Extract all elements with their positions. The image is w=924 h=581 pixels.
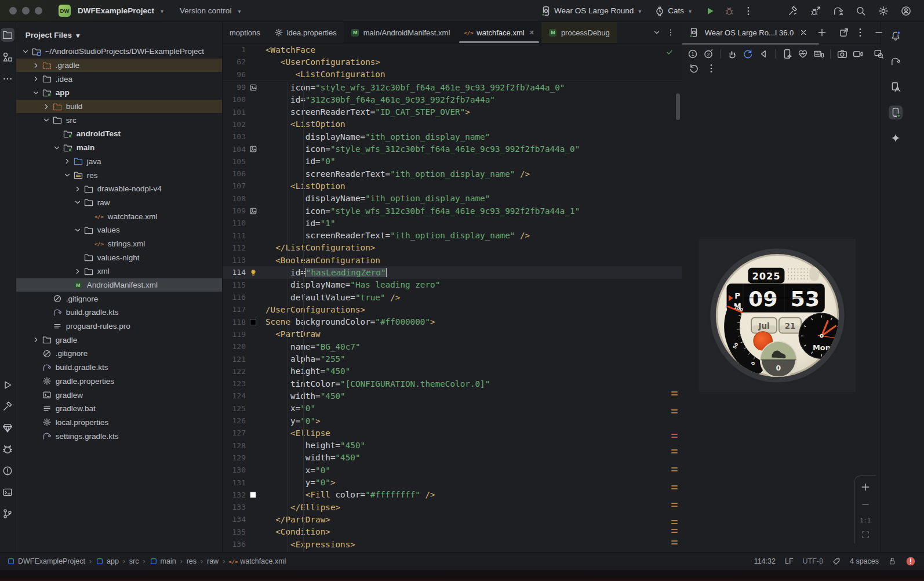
tab-options-button[interactable] xyxy=(667,28,675,37)
hardware-button-one-icon[interactable]: 1 xyxy=(687,49,698,59)
code-line-134[interactable]: 134 </PartDraw> xyxy=(223,513,682,525)
tree-item-values[interactable]: values xyxy=(16,223,222,237)
breadcrumb-dwfexampleproject[interactable]: DWFExampleProject xyxy=(7,557,85,565)
vcs-menu[interactable]: Version control xyxy=(180,6,231,15)
chevron-down-icon[interactable] xyxy=(31,89,41,97)
chevron-right-icon[interactable] xyxy=(31,61,41,70)
code-line-124[interactable]: 124 width="450" xyxy=(223,390,682,402)
emulator-screen[interactable]: 2025 P M 09 53 xyxy=(699,239,856,392)
chevron-right-icon[interactable] xyxy=(31,336,41,344)
line-number[interactable]: 103 xyxy=(223,132,246,141)
open-in-window-button[interactable] xyxy=(839,27,849,38)
hide-panel-button[interactable] xyxy=(874,27,884,38)
running-devices-icon[interactable] xyxy=(889,106,903,119)
back-icon[interactable] xyxy=(758,49,769,59)
tree-item-raw[interactable]: raw xyxy=(16,196,222,210)
code-line-116[interactable]: 116 defaultValue="true" /> xyxy=(223,291,682,303)
resource-manager-icon[interactable] xyxy=(1,50,14,64)
line-number[interactable]: 121 xyxy=(223,355,246,364)
gradle-sync-icon[interactable] xyxy=(833,6,843,16)
chevron-right-icon[interactable] xyxy=(42,103,52,111)
device-tab-label[interactable]: Wear OS Large Ro...I 36.0 xyxy=(705,28,794,37)
run-tool-icon[interactable] xyxy=(1,378,14,392)
code-line-132[interactable]: 132 <Fill color="#ffffffff" /> xyxy=(223,489,682,501)
search-icon[interactable] xyxy=(856,6,866,16)
gradle-elephant-icon[interactable] xyxy=(889,55,903,68)
chevron-down-icon[interactable] xyxy=(73,226,83,234)
code-line-113[interactable]: 113 <BooleanConfiguration xyxy=(223,254,682,266)
tree-item-xml[interactable]: xml xyxy=(16,264,222,278)
line-number[interactable]: 133 xyxy=(223,503,246,511)
project-view-header[interactable]: Project Files ▾ xyxy=(16,22,222,45)
tree-item--idea[interactable]: .idea xyxy=(16,72,222,86)
run-button[interactable] xyxy=(705,6,715,16)
code-line-130[interactable]: 130 x="0" xyxy=(223,464,682,476)
close-device-tab-icon[interactable] xyxy=(799,28,807,37)
inspection-mark[interactable] xyxy=(671,503,678,507)
inspection-mark[interactable] xyxy=(671,485,678,489)
close-window-icon[interactable] xyxy=(9,7,17,14)
line-number[interactable]: 129 xyxy=(223,453,246,462)
code-line-120[interactable]: 120 name="BG_40c7" xyxy=(223,340,682,353)
tree-item-gradlew[interactable]: gradlew xyxy=(16,388,222,402)
tree-item-java[interactable]: java xyxy=(16,155,222,169)
file-encoding[interactable]: UTF-8 xyxy=(803,557,823,565)
tree-item-gradle[interactable]: gradle xyxy=(16,333,222,347)
code-line-62[interactable]: 62 <UserConfigurations> xyxy=(223,56,682,68)
cursor-position[interactable]: 114:32 xyxy=(754,557,776,565)
insights-icon[interactable] xyxy=(1,421,14,435)
code-line-105[interactable]: 105 id="0" xyxy=(223,155,682,168)
code-line-118[interactable]: 118Scene backgroundColor="#ff000000"> xyxy=(223,316,682,328)
code-line-107[interactable]: 107 <ListOption xyxy=(223,180,682,192)
line-number[interactable]: 107 xyxy=(223,181,246,190)
vcs-branch-icon[interactable] xyxy=(1,507,14,521)
line-number[interactable]: 116 xyxy=(223,293,246,302)
reset-icon[interactable] xyxy=(689,63,699,74)
code-line-135[interactable]: 135 <Condition> xyxy=(223,526,682,538)
code-line-129[interactable]: 129 width="450" xyxy=(223,452,682,464)
code-line-1[interactable]: 1<WatchFace xyxy=(223,43,682,56)
zoom-in-button[interactable] xyxy=(860,482,871,492)
line-number[interactable]: 96 xyxy=(223,70,246,79)
line-number[interactable]: 118 xyxy=(223,318,246,326)
tree-item-strings-xml[interactable]: </>strings.xml xyxy=(16,237,222,251)
settings-icon[interactable] xyxy=(878,6,889,16)
code-line-131[interactable]: 131 y="0"> xyxy=(223,476,682,488)
zoom-reset-button[interactable]: 1:1 xyxy=(860,517,871,524)
chevron-down-icon[interactable] xyxy=(21,48,31,56)
video-icon[interactable] xyxy=(853,49,863,59)
code-line-106[interactable]: 106 screenReaderText="ith_option_display… xyxy=(223,168,682,180)
tag-icon[interactable] xyxy=(832,557,841,565)
breadcrumb-app[interactable]: app xyxy=(96,557,119,565)
hand-icon[interactable] xyxy=(727,49,737,59)
code-line-123[interactable]: 123 tintColor="[CONFIGURATION.themeColor… xyxy=(223,377,682,390)
line-number[interactable]: 114 xyxy=(223,268,246,277)
code-line-100[interactable]: 100 id="312c30bf_f64a_461e_9c93_992f2fb7… xyxy=(223,93,682,106)
code-line-102[interactable]: 102 <ListOption xyxy=(223,118,682,130)
chevron-down-icon[interactable] xyxy=(42,116,52,124)
tree-item--gitignore[interactable]: .gitignore xyxy=(16,292,222,306)
inspection-mark[interactable] xyxy=(671,529,678,533)
tree-item-app[interactable]: app xyxy=(16,86,222,100)
profiler-icon[interactable] xyxy=(788,6,798,16)
tree-item-res[interactable]: res xyxy=(16,168,222,182)
editor-scrollbar[interactable] xyxy=(676,93,680,120)
notifications-icon[interactable] xyxy=(889,29,903,43)
tree-item--androidstudioprojects-dwfexampleproject[interactable]: ~/AndroidStudioProjects/DWFExampleProjec… xyxy=(16,45,222,59)
tree-item-build-gradle-kts[interactable]: build.gradle.kts xyxy=(16,306,222,319)
more-actions-button[interactable] xyxy=(743,6,754,16)
hardware-button-two-icon[interactable]: 2 xyxy=(703,49,714,59)
device-settings-icon[interactable] xyxy=(782,49,792,59)
line-number[interactable]: 134 xyxy=(223,515,246,524)
tab-watchface-xml[interactable]: </>watchface.xml✕ xyxy=(457,22,541,43)
tree-item-settings-gradle-kts[interactable]: settings.gradle.kts xyxy=(16,429,222,443)
close-tab-icon[interactable]: ✕ xyxy=(529,29,534,37)
chevron-right-icon[interactable] xyxy=(73,185,83,193)
breadcrumb-main[interactable]: main xyxy=(150,557,176,565)
line-number[interactable]: 110 xyxy=(223,219,246,227)
inspection-mark[interactable] xyxy=(671,540,678,544)
chevron-right-icon[interactable] xyxy=(73,267,83,275)
zoom-mode-icon[interactable] xyxy=(874,49,884,59)
run-config-selector[interactable]: Cats ▾ xyxy=(654,6,693,16)
tree-item-gradle-properties[interactable]: gradle.properties xyxy=(16,375,222,388)
